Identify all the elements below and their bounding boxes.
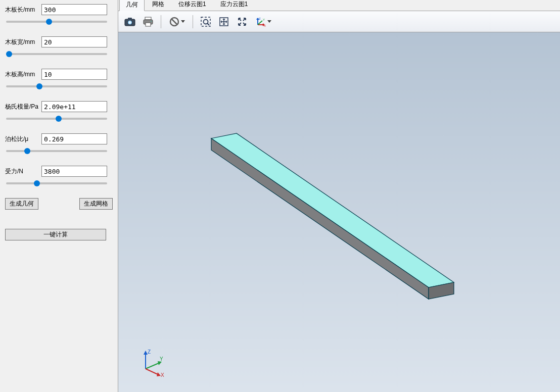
chevron-down-icon bbox=[181, 20, 185, 23]
y-axis-label: Y bbox=[160, 356, 163, 362]
pan-button[interactable] bbox=[215, 14, 232, 30]
param-youngs-input[interactable] bbox=[41, 101, 107, 112]
svg-marker-28 bbox=[157, 372, 161, 376]
param-youngs-label: 杨氏模量/Pa bbox=[5, 103, 41, 111]
svg-point-7 bbox=[151, 21, 152, 22]
param-force-slider[interactable] bbox=[6, 182, 107, 184]
param-force-input[interactable] bbox=[41, 166, 107, 177]
param-youngs-slider[interactable] bbox=[6, 118, 107, 120]
svg-marker-21 bbox=[211, 138, 429, 299]
param-length-input[interactable] bbox=[41, 4, 107, 15]
tab-stress[interactable]: 应力云图1 bbox=[214, 0, 255, 11]
toolbar-separator bbox=[193, 15, 193, 28]
tab-bar: 几何 网格 位移云图1 应力云图1 bbox=[118, 0, 560, 11]
fit-view-icon bbox=[237, 16, 248, 27]
display-mode-button[interactable] bbox=[165, 14, 189, 30]
param-width-row: 木板宽/mm bbox=[5, 36, 113, 47]
svg-line-9 bbox=[171, 19, 177, 24]
svg-line-12 bbox=[207, 23, 209, 25]
param-length-label: 木板长/mm bbox=[5, 6, 41, 14]
param-height-slider[interactable] bbox=[6, 85, 107, 87]
param-height-row: 木板高/mm bbox=[5, 69, 113, 80]
svg-line-16 bbox=[258, 21, 262, 25]
parameter-panel: 木板长/mm 木板宽/mm 木板高/mm 杨氏模量/Pa 泊松比/μ 受力/N … bbox=[0, 0, 118, 392]
pan-icon bbox=[218, 16, 229, 27]
param-poisson-row: 泊松比/μ bbox=[5, 133, 113, 144]
svg-line-25 bbox=[146, 363, 160, 369]
tab-displacement[interactable]: 位移云图1 bbox=[172, 0, 213, 11]
toolbar-separator bbox=[161, 15, 161, 28]
fit-view-button[interactable] bbox=[234, 14, 251, 30]
param-height-label: 木板高/mm bbox=[5, 70, 41, 79]
svg-rect-4 bbox=[145, 17, 151, 20]
param-height-input[interactable] bbox=[41, 69, 107, 80]
3d-viewport[interactable]: Z Y X bbox=[118, 32, 560, 392]
svg-line-27 bbox=[146, 369, 159, 375]
geometry-render bbox=[118, 32, 560, 392]
svg-text:Y: Y bbox=[263, 18, 265, 21]
zoom-area-icon bbox=[200, 16, 211, 27]
generate-mesh-button[interactable]: 生成网格 bbox=[79, 198, 113, 210]
zoom-area-button[interactable] bbox=[197, 14, 214, 30]
tab-geometry[interactable]: 几何 bbox=[119, 0, 145, 11]
orientation-triad: Z Y X bbox=[136, 348, 167, 378]
toolbar: Z Y X bbox=[118, 11, 560, 32]
param-poisson-label: 泊松比/μ bbox=[5, 135, 41, 143]
no-symbol-icon bbox=[169, 17, 179, 27]
svg-rect-1 bbox=[128, 18, 132, 20]
print-button[interactable] bbox=[139, 14, 157, 30]
param-length-slider[interactable] bbox=[6, 21, 107, 23]
param-length-row: 木板长/mm bbox=[5, 4, 113, 15]
right-area: 几何 网格 位移云图1 应力云图1 bbox=[118, 0, 560, 392]
param-youngs-row: 杨氏模量/Pa bbox=[5, 101, 113, 112]
tab-mesh[interactable]: 网格 bbox=[146, 0, 171, 11]
snapshot-button[interactable] bbox=[121, 14, 138, 30]
one-click-compute-button[interactable]: 一键计算 bbox=[5, 229, 106, 240]
param-force-row: 受力/N bbox=[5, 166, 113, 177]
z-axis-label: Z bbox=[148, 349, 151, 355]
param-poisson-slider[interactable] bbox=[6, 150, 107, 152]
axes-icon: Z Y X bbox=[256, 17, 266, 27]
generate-geometry-button[interactable]: 生成几何 bbox=[5, 198, 38, 210]
param-width-label: 木板宽/mm bbox=[5, 38, 41, 46]
svg-marker-20 bbox=[211, 133, 454, 287]
svg-marker-26 bbox=[158, 361, 162, 365]
view-orientation-button[interactable]: Z Y X bbox=[252, 14, 275, 30]
chevron-down-icon bbox=[267, 20, 271, 23]
svg-text:X: X bbox=[264, 24, 266, 27]
x-axis-label: X bbox=[161, 372, 164, 378]
svg-point-3 bbox=[129, 21, 131, 23]
svg-marker-24 bbox=[144, 351, 148, 355]
param-width-slider[interactable] bbox=[6, 53, 107, 55]
printer-icon bbox=[143, 17, 154, 27]
camera-icon bbox=[124, 17, 135, 26]
svg-rect-6 bbox=[146, 23, 151, 26]
param-force-label: 受力/N bbox=[5, 167, 41, 176]
param-width-input[interactable] bbox=[41, 36, 107, 47]
param-poisson-input[interactable] bbox=[41, 133, 107, 144]
svg-text:Z: Z bbox=[259, 17, 261, 20]
